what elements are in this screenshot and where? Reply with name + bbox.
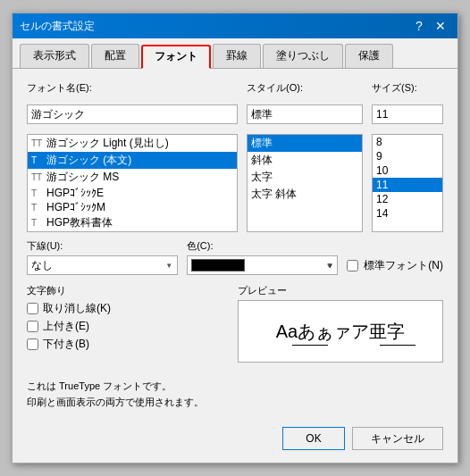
font-item-2[interactable]: TT 游ゴシック MS xyxy=(28,169,237,186)
size-item-10[interactable]: 10 xyxy=(373,163,442,178)
size-item-11[interactable]: 11 xyxy=(373,178,442,192)
style-item-2[interactable]: 太字 xyxy=(248,169,362,186)
preview-text: Aaあぁァア亜字 xyxy=(276,320,405,344)
size-col-header: サイズ(S): xyxy=(372,81,443,97)
font-item-4[interactable]: T HGPｺﾞｼｯｸM xyxy=(28,200,237,214)
ok-button[interactable]: OK xyxy=(282,427,345,450)
font-name-input[interactable] xyxy=(27,104,238,124)
size-item-12[interactable]: 12 xyxy=(373,192,442,206)
dialog: セルの書式設定 ? ✕ 表示形式 配置 フォント 罫線 塗りつぶし 保護 フォン… xyxy=(12,13,458,463)
preview-underline-left xyxy=(292,345,328,346)
tt-icon-0: TT xyxy=(31,138,44,148)
size-item-9[interactable]: 9 xyxy=(373,149,442,163)
decoration-preview-row: 文字飾り 取り消し線(K) 上付き(E) 下付き(B) プレビュー xyxy=(27,284,443,372)
underline-col: 下線(U): なし 下線 二重下線 xyxy=(27,239,178,275)
superscript-label: 上付き(E) xyxy=(43,319,89,334)
decoration-col: 文字飾り 取り消し線(K) 上付き(E) 下付き(B) xyxy=(27,284,229,372)
font-item-5[interactable]: T HGP教科書体 xyxy=(28,214,237,231)
subscript-label: 下付き(B) xyxy=(43,337,89,352)
inputs-row xyxy=(27,104,443,127)
underline-select[interactable]: なし 下線 二重下線 xyxy=(27,255,178,275)
t-icon-3: T xyxy=(31,188,44,198)
font-item-1[interactable]: T 游ゴシック (本文) xyxy=(28,152,237,169)
style-item-3[interactable]: 太字 斜体 xyxy=(248,186,362,203)
font-item-text-4: HGPｺﾞｼｯｸM xyxy=(46,201,105,213)
tab-display[interactable]: 表示形式 xyxy=(20,44,89,68)
font-name-col: フォント名(E): xyxy=(27,81,238,97)
style-item-1[interactable]: 斜体 xyxy=(248,152,362,169)
underline-select-wrapper: なし 下線 二重下線 xyxy=(27,255,178,275)
tab-bar: 表示形式 配置 フォント 罫線 塗りつぶし 保護 xyxy=(13,38,457,69)
std-font-checkbox[interactable] xyxy=(347,260,358,271)
title-bar-buttons: ? ✕ xyxy=(409,17,450,35)
size-input[interactable] xyxy=(372,104,443,124)
color-label: 色(C): xyxy=(187,239,338,253)
size-list-col: 8 9 10 11 12 14 xyxy=(372,134,443,232)
style-item-0[interactable]: 標準 xyxy=(248,135,362,152)
title-bar: セルの書式設定 ? ✕ xyxy=(13,13,457,38)
underline-label: 下線(U): xyxy=(27,239,178,253)
color-swatch xyxy=(191,259,245,271)
font-item-text-5: HGP教科書体 xyxy=(46,215,113,230)
size-label: サイズ(S): xyxy=(372,81,443,95)
tab-border[interactable]: 罫線 xyxy=(213,44,261,68)
cancel-button[interactable]: キャンセル xyxy=(352,427,443,450)
font-item-text-2: 游ゴシック MS xyxy=(46,170,119,185)
color-select[interactable]: ▼ xyxy=(187,255,338,275)
subscript-checkbox[interactable] xyxy=(27,338,38,350)
t-icon-5: T xyxy=(31,218,44,228)
strikethrough-checkbox[interactable] xyxy=(27,303,38,314)
info-text: これは TrueType フォントです。印刷と画面表示の両方で使用されます。 xyxy=(27,379,443,410)
dialog-content: フォント名(E): スタイル(O): サイズ(S): xyxy=(13,69,457,462)
std-font-col: 標準フォント(N) xyxy=(347,258,443,275)
font-item-3[interactable]: T HGPｺﾞｼｯｸE xyxy=(28,186,237,200)
strikethrough-label: 取り消し線(K) xyxy=(43,301,111,316)
t-icon-1: T xyxy=(31,155,44,165)
decoration-title: 文字飾り xyxy=(27,284,229,297)
style-label: スタイル(O): xyxy=(247,81,363,95)
preview-label: プレビュー xyxy=(238,284,443,297)
preview-col: プレビュー Aaあぁァア亜字 xyxy=(238,284,443,372)
tab-fill[interactable]: 塗りつぶし xyxy=(263,44,343,68)
t-icon-4: T xyxy=(31,203,44,213)
subscript-row: 下付き(B) xyxy=(27,337,229,352)
font-list-col: TT 游ゴシック Light (見出し) T 游ゴシック (本文) TT 游ゴシ… xyxy=(27,134,238,232)
style-input[interactable] xyxy=(247,104,363,124)
listboxes-row: TT 游ゴシック Light (見出し) T 游ゴシック (本文) TT 游ゴシ… xyxy=(27,134,443,232)
style-listbox[interactable]: 標準 斜体 太字 太字 斜体 xyxy=(247,134,363,232)
font-name-input-col xyxy=(27,104,238,127)
font-item-0[interactable]: TT 游ゴシック Light (見出し) xyxy=(28,135,237,152)
close-button[interactable]: ✕ xyxy=(431,17,450,35)
style-col-header: スタイル(O): xyxy=(247,81,363,97)
std-font-row: 標準フォント(N) xyxy=(347,258,443,273)
strikethrough-row: 取り消し線(K) xyxy=(27,301,229,316)
style-input-col xyxy=(247,104,363,127)
font-listbox[interactable]: TT 游ゴシック Light (見出し) T 游ゴシック (本文) TT 游ゴシ… xyxy=(27,134,238,232)
dialog-title: セルの書式設定 xyxy=(20,19,95,34)
underline-color-row: 下線(U): なし 下線 二重下線 色(C): ▼ xyxy=(27,239,443,275)
superscript-row: 上付き(E) xyxy=(27,319,229,334)
size-item-14[interactable]: 14 xyxy=(373,206,442,221)
color-dropdown-icon: ▼ xyxy=(326,262,333,270)
tab-align[interactable]: 配置 xyxy=(91,44,139,68)
size-item-8[interactable]: 8 xyxy=(373,135,442,149)
tab-protect[interactable]: 保護 xyxy=(345,44,393,68)
top-labels-row: フォント名(E): スタイル(O): サイズ(S): xyxy=(27,81,443,97)
superscript-checkbox[interactable] xyxy=(27,321,38,332)
font-item-text-0: 游ゴシック Light (見出し) xyxy=(46,136,169,151)
preview-underline-right xyxy=(380,345,415,346)
font-item-text-1: 游ゴシック (本文) xyxy=(46,153,131,168)
size-listbox[interactable]: 8 9 10 11 12 14 xyxy=(372,134,443,232)
button-row: OK キャンセル xyxy=(27,423,443,450)
tab-font[interactable]: フォント xyxy=(141,45,211,69)
std-font-label: 標準フォント(N) xyxy=(364,258,443,273)
help-button[interactable]: ? xyxy=(409,17,429,35)
style-list-col: 標準 斜体 太字 太字 斜体 xyxy=(247,134,363,232)
size-input-col xyxy=(372,104,443,127)
preview-box: Aaあぁァア亜字 xyxy=(238,300,443,363)
color-col: 色(C): ▼ xyxy=(187,239,338,275)
tt-icon-2: TT xyxy=(31,172,44,182)
font-name-label: フォント名(E): xyxy=(27,81,238,95)
color-box-wrapper: ▼ xyxy=(187,255,338,275)
font-item-text-3: HGPｺﾞｼｯｸE xyxy=(46,187,104,199)
